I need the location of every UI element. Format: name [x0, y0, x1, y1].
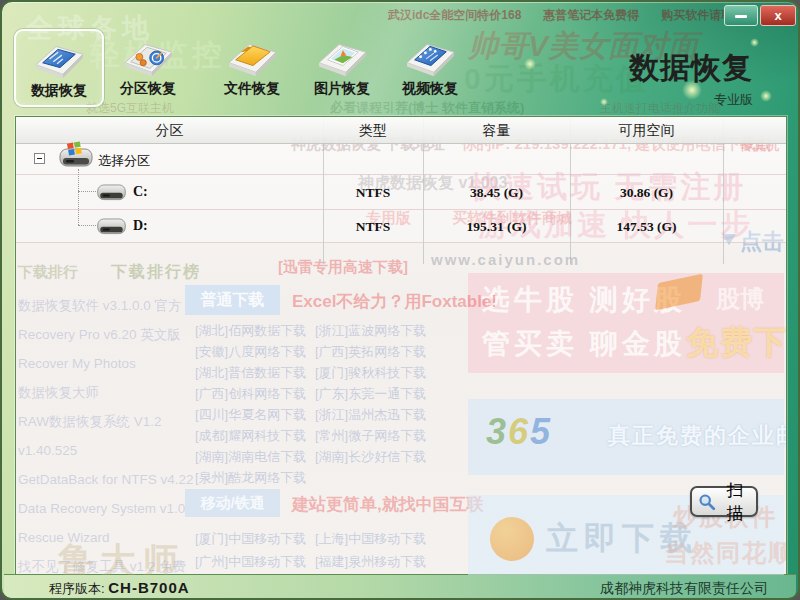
toolbar-label: 视频恢复 — [387, 80, 473, 98]
scan-button[interactable]: 扫描 — [690, 486, 758, 517]
app-title-block: 数据恢复 专业版 — [629, 48, 753, 109]
column-header-type[interactable]: 类型 — [323, 117, 423, 143]
magnifier-icon — [698, 493, 716, 511]
column-header-partition[interactable]: 分区 — [16, 117, 323, 143]
toolbar-label: 数据恢复 — [16, 82, 102, 100]
drive-letter: C: — [133, 184, 148, 200]
partition-panel: 神虎数据恢复 下载地址你的IP: 219.139.222.171, 建议使用电信… — [15, 116, 787, 576]
video-recovery-icon — [401, 33, 459, 79]
toolbar-item-data-recovery[interactable]: 数据恢复 — [14, 29, 104, 107]
column-header-capacity[interactable]: 容量 — [423, 117, 570, 143]
company-name: 成都神虎科技有限责任公司 — [600, 580, 768, 598]
bg-header-ghost-2: 0元手机充值 — [464, 59, 649, 100]
cell-capacity: 38.45 (G) — [423, 185, 570, 201]
bg-header-ads: 武汉idc全能空间特价168惠普笔记本免费得购买软件请联系 — [388, 7, 767, 24]
minimize-icon — [735, 15, 747, 18]
toolbar-item-picture-recovery[interactable]: 图片恢复 — [299, 29, 385, 103]
disk-icon — [96, 178, 127, 208]
table-row-drive-d[interactable]: D: NTFS 195.31 (G) 147.53 (G) — [16, 209, 786, 243]
cell-type: NTFS — [323, 219, 423, 235]
bokeh-dot — [750, 38, 759, 47]
tree-root-label: 选择分区 — [98, 152, 150, 170]
collapse-icon[interactable] — [34, 153, 45, 164]
toolbar-item-partition-recovery[interactable]: 分区恢复 — [105, 29, 191, 103]
bokeh-dot — [524, 58, 536, 70]
close-button[interactable]: x — [760, 5, 796, 26]
data-recovery-icon — [30, 35, 88, 81]
cell-capacity: 195.31 (G) — [423, 219, 570, 235]
table-header: 分区 类型 容量 可用空间 — [16, 117, 786, 144]
toolbar-label: 文件恢复 — [209, 80, 295, 98]
cell-free-space: 147.53 (G) — [570, 219, 723, 235]
disk-root-icon — [58, 141, 94, 175]
program-version: 程序版本: CH-B700A — [49, 579, 190, 598]
picture-recovery-icon — [313, 33, 371, 79]
minimize-button[interactable] — [724, 5, 758, 26]
toolbar-label: 分区恢复 — [105, 80, 191, 98]
drive-letter: D: — [133, 218, 148, 234]
app-subtitle: 专业版 — [629, 91, 753, 109]
app-title: 数据恢复 — [629, 48, 753, 89]
table-row-drive-c[interactable]: C: NTFS 38.45 (G) 30.86 (G) — [16, 174, 786, 210]
toolbar-label: 图片恢复 — [299, 80, 385, 98]
status-bar: 程序版本: CH-B700A 成都神虎科技有限责任公司 — [4, 574, 796, 600]
toolbar-item-file-recovery[interactable]: 文件恢复 — [209, 29, 295, 103]
bokeh-dot — [760, 90, 772, 102]
toolbar-item-video-recovery[interactable]: 视频恢复 — [387, 29, 473, 103]
scan-button-label: 扫描 — [720, 479, 750, 525]
column-header-free-space[interactable]: 可用空间 — [570, 117, 723, 143]
file-recovery-icon — [223, 33, 281, 79]
app-window: 全球各地 轻松监控 武汉idc全能空间特价168惠普笔记本免费得购买软件请联系 … — [0, 0, 800, 600]
bokeh-dot — [600, 98, 608, 106]
disk-icon — [96, 212, 127, 242]
tree-root-row[interactable]: 选择分区 — [16, 143, 786, 175]
partition-table: 分区 类型 容量 可用空间 — [16, 117, 786, 575]
cell-type: NTFS — [323, 185, 423, 201]
partition-recovery-icon — [119, 33, 177, 79]
cell-free-space: 30.86 (G) — [570, 185, 723, 201]
